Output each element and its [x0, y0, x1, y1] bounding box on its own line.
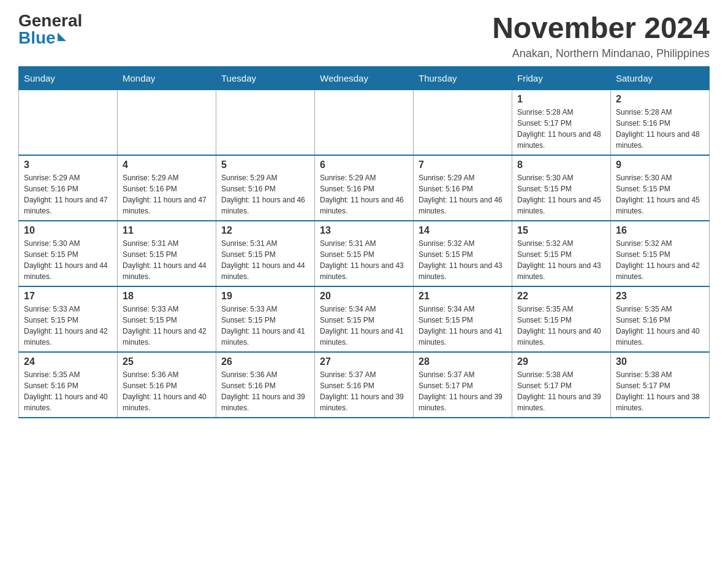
- calendar-cell: 21Sunrise: 5:34 AM Sunset: 5:15 PM Dayli…: [414, 286, 512, 352]
- day-info: Sunrise: 5:36 AM Sunset: 5:16 PM Dayligh…: [221, 369, 309, 413]
- day-info: Sunrise: 5:37 AM Sunset: 5:17 PM Dayligh…: [419, 369, 507, 413]
- calendar-cell: 27Sunrise: 5:37 AM Sunset: 5:16 PM Dayli…: [315, 352, 414, 418]
- calendar-week-row: 1Sunrise: 5:28 AM Sunset: 5:17 PM Daylig…: [19, 90, 710, 155]
- day-info: Sunrise: 5:33 AM Sunset: 5:15 PM Dayligh…: [123, 304, 211, 348]
- calendar-cell: 23Sunrise: 5:35 AM Sunset: 5:16 PM Dayli…: [611, 286, 710, 352]
- day-number: 24: [24, 356, 112, 367]
- calendar-week-row: 3Sunrise: 5:29 AM Sunset: 5:16 PM Daylig…: [19, 155, 710, 221]
- day-number: 6: [320, 159, 408, 170]
- calendar-cell: 28Sunrise: 5:37 AM Sunset: 5:17 PM Dayli…: [414, 352, 512, 418]
- location-subtitle: Anakan, Northern Mindanao, Philippines: [492, 47, 710, 60]
- day-number: 12: [221, 225, 309, 236]
- day-number: 11: [123, 225, 211, 236]
- calendar-cell: 7Sunrise: 5:29 AM Sunset: 5:16 PM Daylig…: [414, 155, 512, 221]
- calendar-week-row: 24Sunrise: 5:35 AM Sunset: 5:16 PM Dayli…: [19, 352, 710, 418]
- calendar-cell: [315, 90, 414, 155]
- calendar-cell: 17Sunrise: 5:33 AM Sunset: 5:15 PM Dayli…: [19, 286, 118, 352]
- calendar-cell: [414, 90, 512, 155]
- logo-general-text: General: [18, 12, 82, 29]
- day-info: Sunrise: 5:29 AM Sunset: 5:16 PM Dayligh…: [419, 172, 507, 216]
- calendar-cell: 13Sunrise: 5:31 AM Sunset: 5:15 PM Dayli…: [315, 221, 414, 286]
- calendar-cell: 3Sunrise: 5:29 AM Sunset: 5:16 PM Daylig…: [19, 155, 118, 221]
- calendar-cell: 9Sunrise: 5:30 AM Sunset: 5:15 PM Daylig…: [611, 155, 710, 221]
- calendar-cell: 1Sunrise: 5:28 AM Sunset: 5:17 PM Daylig…: [512, 90, 611, 155]
- calendar-cell: 16Sunrise: 5:32 AM Sunset: 5:15 PM Dayli…: [611, 221, 710, 286]
- calendar-cell: 20Sunrise: 5:34 AM Sunset: 5:15 PM Dayli…: [315, 286, 414, 352]
- day-number: 3: [24, 159, 112, 170]
- calendar-header-tuesday: Tuesday: [216, 66, 315, 90]
- day-info: Sunrise: 5:37 AM Sunset: 5:16 PM Dayligh…: [320, 369, 408, 413]
- calendar-week-row: 10Sunrise: 5:30 AM Sunset: 5:15 PM Dayli…: [19, 221, 710, 286]
- day-number: 19: [221, 291, 309, 302]
- calendar-header-monday: Monday: [118, 66, 216, 90]
- calendar-header-wednesday: Wednesday: [315, 66, 414, 90]
- calendar-cell: 24Sunrise: 5:35 AM Sunset: 5:16 PM Dayli…: [19, 352, 118, 418]
- calendar-cell: 10Sunrise: 5:30 AM Sunset: 5:15 PM Dayli…: [19, 221, 118, 286]
- calendar-cell: 4Sunrise: 5:29 AM Sunset: 5:16 PM Daylig…: [118, 155, 216, 221]
- day-info: Sunrise: 5:32 AM Sunset: 5:15 PM Dayligh…: [419, 238, 507, 282]
- calendar-cell: 25Sunrise: 5:36 AM Sunset: 5:16 PM Dayli…: [118, 352, 216, 418]
- day-info: Sunrise: 5:30 AM Sunset: 5:15 PM Dayligh…: [616, 172, 704, 216]
- day-info: Sunrise: 5:35 AM Sunset: 5:16 PM Dayligh…: [616, 304, 704, 348]
- day-number: 27: [320, 356, 408, 367]
- calendar-cell: 30Sunrise: 5:38 AM Sunset: 5:17 PM Dayli…: [611, 352, 710, 418]
- day-number: 4: [123, 159, 211, 170]
- calendar-header-saturday: Saturday: [611, 66, 710, 90]
- day-info: Sunrise: 5:29 AM Sunset: 5:16 PM Dayligh…: [221, 172, 309, 216]
- month-year-title: November 2024: [492, 12, 710, 45]
- day-number: 21: [419, 291, 507, 302]
- day-info: Sunrise: 5:32 AM Sunset: 5:15 PM Dayligh…: [517, 238, 605, 282]
- day-info: Sunrise: 5:29 AM Sunset: 5:16 PM Dayligh…: [320, 172, 408, 216]
- day-number: 25: [123, 356, 211, 367]
- calendar-cell: [118, 90, 216, 155]
- day-info: Sunrise: 5:31 AM Sunset: 5:15 PM Dayligh…: [320, 238, 408, 282]
- day-number: 30: [616, 356, 704, 367]
- day-info: Sunrise: 5:34 AM Sunset: 5:15 PM Dayligh…: [320, 304, 408, 348]
- calendar-cell: 12Sunrise: 5:31 AM Sunset: 5:15 PM Dayli…: [216, 221, 315, 286]
- day-number: 29: [517, 356, 605, 367]
- calendar-week-row: 17Sunrise: 5:33 AM Sunset: 5:15 PM Dayli…: [19, 286, 710, 352]
- calendar-cell: 11Sunrise: 5:31 AM Sunset: 5:15 PM Dayli…: [118, 221, 216, 286]
- calendar-cell: 22Sunrise: 5:35 AM Sunset: 5:15 PM Dayli…: [512, 286, 611, 352]
- day-number: 8: [517, 159, 605, 170]
- day-info: Sunrise: 5:29 AM Sunset: 5:16 PM Dayligh…: [123, 172, 211, 216]
- title-area: November 2024 Anakan, Northern Mindanao,…: [492, 12, 710, 60]
- day-info: Sunrise: 5:34 AM Sunset: 5:15 PM Dayligh…: [419, 304, 507, 348]
- calendar-cell: 15Sunrise: 5:32 AM Sunset: 5:15 PM Dayli…: [512, 221, 611, 286]
- day-info: Sunrise: 5:28 AM Sunset: 5:17 PM Dayligh…: [517, 107, 605, 151]
- day-number: 7: [419, 159, 507, 170]
- day-info: Sunrise: 5:29 AM Sunset: 5:16 PM Dayligh…: [24, 172, 112, 216]
- calendar-cell: 2Sunrise: 5:28 AM Sunset: 5:16 PM Daylig…: [611, 90, 710, 155]
- logo: General Blue: [18, 12, 82, 47]
- calendar-cell: 29Sunrise: 5:38 AM Sunset: 5:17 PM Dayli…: [512, 352, 611, 418]
- day-info: Sunrise: 5:32 AM Sunset: 5:15 PM Dayligh…: [616, 238, 704, 282]
- calendar-header-row: SundayMondayTuesdayWednesdayThursdayFrid…: [19, 66, 710, 90]
- day-number: 9: [616, 159, 704, 170]
- day-info: Sunrise: 5:31 AM Sunset: 5:15 PM Dayligh…: [221, 238, 309, 282]
- calendar-cell: [19, 90, 118, 155]
- day-info: Sunrise: 5:31 AM Sunset: 5:15 PM Dayligh…: [123, 238, 211, 282]
- calendar-cell: 19Sunrise: 5:33 AM Sunset: 5:15 PM Dayli…: [216, 286, 315, 352]
- calendar-header-sunday: Sunday: [19, 66, 118, 90]
- day-info: Sunrise: 5:35 AM Sunset: 5:16 PM Dayligh…: [24, 369, 112, 413]
- day-number: 14: [419, 225, 507, 236]
- calendar-cell: 8Sunrise: 5:30 AM Sunset: 5:15 PM Daylig…: [512, 155, 611, 221]
- day-number: 17: [24, 291, 112, 302]
- day-info: Sunrise: 5:38 AM Sunset: 5:17 PM Dayligh…: [616, 369, 704, 413]
- calendar-cell: [216, 90, 315, 155]
- day-info: Sunrise: 5:28 AM Sunset: 5:16 PM Dayligh…: [616, 107, 704, 151]
- calendar-header-friday: Friday: [512, 66, 611, 90]
- calendar-table: SundayMondayTuesdayWednesdayThursdayFrid…: [18, 66, 710, 418]
- day-info: Sunrise: 5:30 AM Sunset: 5:15 PM Dayligh…: [24, 238, 112, 282]
- day-number: 13: [320, 225, 408, 236]
- day-number: 23: [616, 291, 704, 302]
- day-info: Sunrise: 5:33 AM Sunset: 5:15 PM Dayligh…: [24, 304, 112, 348]
- calendar-header-thursday: Thursday: [414, 66, 512, 90]
- day-info: Sunrise: 5:36 AM Sunset: 5:16 PM Dayligh…: [123, 369, 211, 413]
- day-number: 10: [24, 225, 112, 236]
- calendar-cell: 6Sunrise: 5:29 AM Sunset: 5:16 PM Daylig…: [315, 155, 414, 221]
- calendar-cell: 18Sunrise: 5:33 AM Sunset: 5:15 PM Dayli…: [118, 286, 216, 352]
- day-number: 5: [221, 159, 309, 170]
- logo-triangle-icon: [58, 33, 66, 41]
- day-number: 15: [517, 225, 605, 236]
